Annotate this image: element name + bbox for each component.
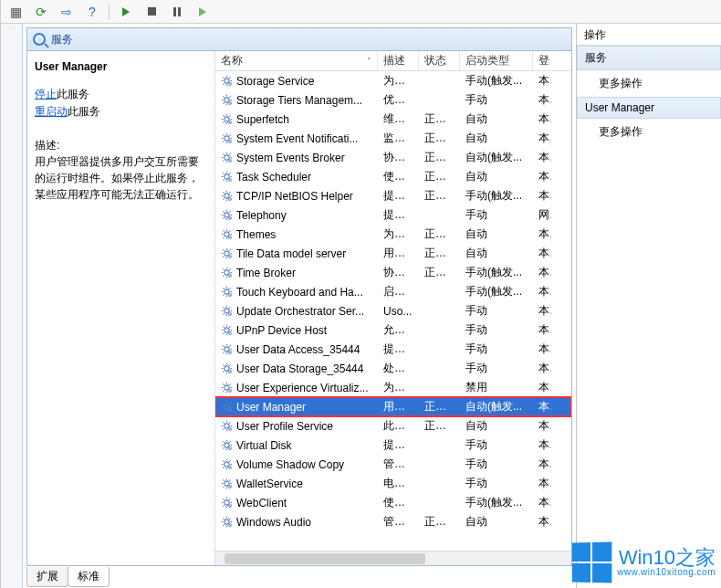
service-desc-cell: 管理... — [378, 514, 419, 530]
col-desc[interactable]: 描述 — [378, 51, 419, 70]
desc-text: 用户管理器提供多用户交互所需要的运行时组件。如果停止此服务，某些应用程序可能无法… — [35, 153, 207, 203]
service-gear-icon — [221, 305, 233, 317]
table-row[interactable]: User Manager用户...正在...自动(触发...本 — [215, 397, 571, 416]
stop-service-link[interactable]: 停止 — [35, 88, 57, 100]
table-row[interactable]: System Event Notificati...监视...正在...自动本 — [215, 129, 571, 148]
svg-line-36 — [229, 141, 230, 142]
service-logon-cell: 本 — [533, 303, 551, 319]
table-row[interactable]: Virtual Disk提供...手动本 — [215, 436, 571, 455]
play-icon[interactable] — [115, 3, 137, 21]
table-row[interactable]: Storage Tiers Managem...优化...手动本 — [215, 90, 571, 110]
table-row[interactable]: Tile Data model server用于...正在...自动本 — [215, 244, 571, 263]
svg-line-85 — [223, 230, 224, 231]
tab-extended[interactable]: 扩展 — [26, 567, 68, 587]
table-row[interactable]: User Profile Service此服...正在...自动本 — [215, 416, 571, 436]
service-logon-cell: 本 — [533, 111, 551, 127]
more-actions-selected[interactable]: 更多操作 — [577, 119, 721, 145]
service-gear-icon — [221, 516, 233, 528]
actions-header: 操作 — [577, 24, 721, 46]
grid-icon[interactable]: ▦ — [5, 3, 26, 21]
tab-standard[interactable]: 标准 — [68, 567, 110, 587]
table-row[interactable]: Superfetch维护...正在...自动本 — [215, 110, 571, 129]
svg-line-176 — [229, 409, 230, 410]
table-row[interactable]: Themes为用...正在...自动本 — [215, 225, 571, 244]
col-startup[interactable]: 启动类型 — [460, 51, 533, 70]
svg-line-48 — [229, 153, 230, 154]
service-name-cell: Tile Data model server — [236, 247, 346, 260]
service-desc-cell: 启用... — [378, 284, 419, 299]
table-row[interactable]: Touch Keyboard and Ha...启用...手动(触发...本 — [215, 282, 571, 301]
svg-line-136 — [229, 332, 230, 333]
col-status[interactable]: 状态 — [419, 51, 460, 70]
service-desc-cell: 监视... — [378, 131, 419, 146]
svg-line-56 — [229, 179, 230, 180]
svg-line-125 — [223, 307, 224, 308]
svg-line-188 — [229, 422, 230, 423]
svg-line-86 — [229, 236, 230, 237]
service-logon-cell: 网 — [533, 207, 551, 223]
svg-line-118 — [229, 288, 230, 289]
svg-line-6 — [229, 83, 230, 84]
service-logon-cell: 本 — [533, 495, 551, 510]
stop-icon[interactable] — [141, 3, 162, 21]
service-desc-cell: 用于... — [378, 246, 419, 261]
table-row[interactable]: User Experience Virtualiz...为应...禁用本 — [215, 378, 571, 397]
table-row[interactable]: Task Scheduler使用...正在...自动本 — [215, 167, 571, 186]
service-gear-icon — [221, 94, 233, 106]
table-row[interactable]: Storage Service为存...手动(触发...本 — [215, 71, 571, 90]
table-row[interactable]: WalletService电子...手动本 — [215, 474, 571, 493]
more-actions-services[interactable]: 更多操作 — [577, 70, 721, 97]
svg-line-105 — [223, 268, 224, 269]
service-desc-cell: 提供... — [378, 188, 419, 204]
service-status-cell: 正在... — [419, 246, 460, 261]
service-startup-cell: 禁用 — [460, 380, 533, 395]
service-name-cell: TCP/IP NetBIOS Helper — [236, 190, 353, 203]
svg-line-155 — [223, 364, 224, 365]
svg-line-205 — [223, 460, 224, 461]
service-startup-cell: 自动 — [460, 226, 533, 242]
horizontal-scrollbar[interactable] — [215, 551, 571, 565]
table-row[interactable]: Volume Shadow Copy管理...手动本 — [215, 455, 571, 474]
pause-icon[interactable] — [166, 3, 188, 21]
table-row[interactable]: Windows Audio管理...正在...自动本 — [215, 512, 571, 531]
service-name-cell: Storage Tiers Managem... — [236, 94, 362, 107]
service-desc-cell: 用户... — [378, 399, 419, 415]
table-row[interactable]: System Events Broker协调...正在...自动(触发...本 — [215, 148, 571, 167]
svg-line-47 — [223, 160, 224, 161]
service-gear-icon — [221, 267, 233, 278]
service-status-cell: 正在... — [419, 150, 460, 165]
svg-line-58 — [229, 173, 230, 173]
table-row[interactable]: WebClient使基...手动(触发...本 — [215, 493, 571, 512]
table-row[interactable]: Update Orchestrator Ser...Uso...手动本 — [215, 301, 571, 320]
table-row[interactable]: UPnP Device Host允许...手动本 — [215, 320, 571, 340]
table-row[interactable]: Time Broker协调...正在...手动(触发...本 — [215, 263, 571, 282]
table-row[interactable]: User Data Access_35444提供...手动本 — [215, 340, 571, 359]
svg-line-198 — [229, 441, 230, 442]
service-startup-cell: 手动 — [460, 437, 533, 453]
svg-line-37 — [223, 141, 224, 142]
table-row[interactable]: Telephony提供...手动网 — [215, 205, 571, 225]
restart-icon[interactable] — [192, 3, 214, 21]
svg-line-75 — [223, 211, 224, 212]
col-logon[interactable]: 登 — [533, 51, 551, 70]
toolbar-separator — [109, 4, 110, 20]
table-row[interactable]: User Data Storage_35444处理...手动本 — [215, 359, 571, 378]
service-gear-icon — [221, 190, 233, 202]
service-info-panel: User Manager 停止此服务 重启动此服务 描述: 用户管理器提供多用户… — [27, 51, 214, 565]
help-icon[interactable]: ? — [81, 3, 103, 21]
refresh-icon[interactable]: ⟳ — [30, 3, 52, 21]
col-name[interactable]: 名称 ˄ — [215, 51, 378, 70]
export-icon[interactable]: ⇨ — [56, 3, 78, 21]
svg-line-115 — [223, 288, 224, 289]
restart-service-link[interactable]: 重启动 — [35, 105, 68, 118]
table-row[interactable]: TCP/IP NetBIOS Helper提供...正在...手动(触发...本 — [215, 186, 571, 205]
svg-line-167 — [223, 390, 224, 391]
services-icon — [33, 33, 46, 46]
service-name-cell: Volume Shadow Copy — [236, 458, 344, 471]
svg-line-166 — [229, 390, 230, 391]
service-name-cell: Time Broker — [236, 267, 296, 279]
svg-line-55 — [223, 173, 224, 173]
service-logon-cell: 本 — [533, 188, 551, 204]
service-desc-cell: 允许... — [378, 322, 419, 338]
service-name-cell: Storage Service — [236, 75, 314, 88]
